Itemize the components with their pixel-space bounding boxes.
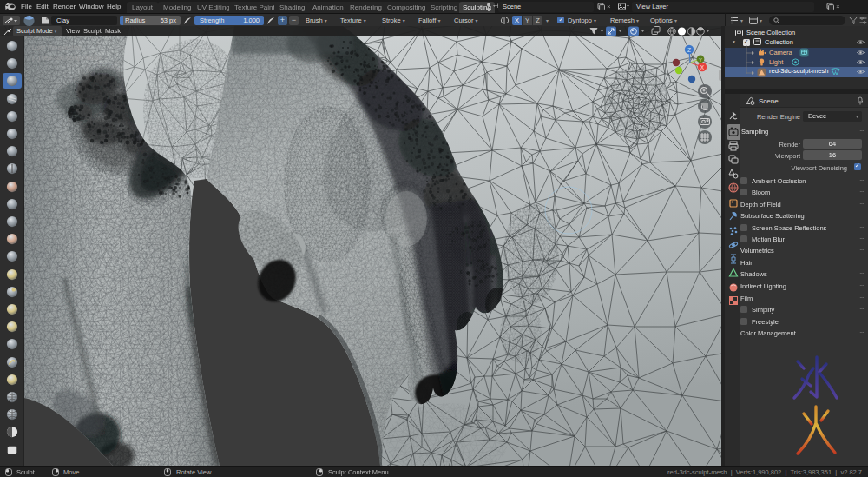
svg-text:X: X [700,64,705,70]
svg-text:User Perspective: User Perspective [32,43,82,51]
svg-text:Z: Z [687,47,691,53]
svg-text:Y: Y [699,57,702,63]
svg-text:(1) red-3dc-sculpt-mesh: (1) red-3dc-sculpt-mesh [32,54,102,62]
